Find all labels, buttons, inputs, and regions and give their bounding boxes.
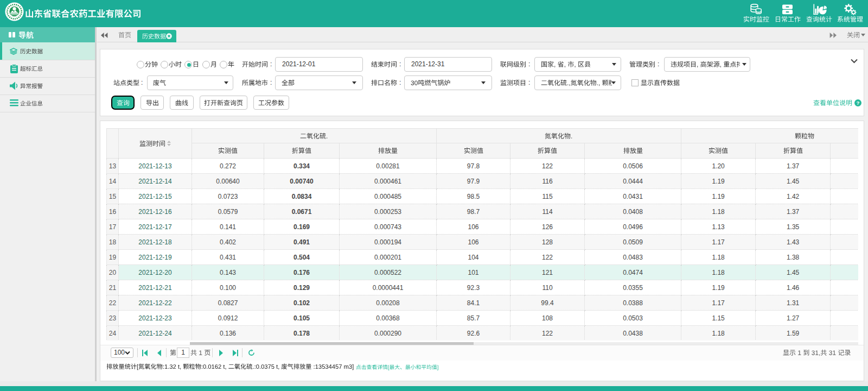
svg-text:?: ? [857, 99, 860, 105]
